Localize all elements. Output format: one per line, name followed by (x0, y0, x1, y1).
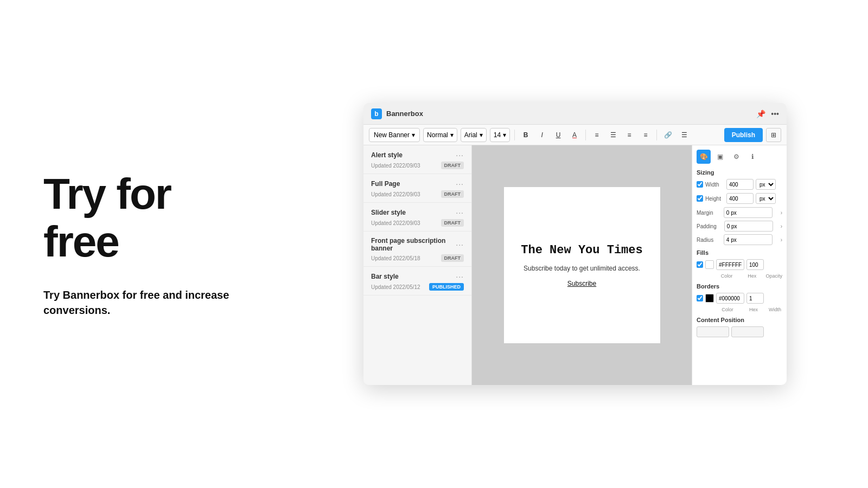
sidebar-item-bar-date: Updated 2022/05/12 (371, 284, 420, 290)
sidebar-item-frontpage-name: Front page subscription banner (371, 237, 456, 252)
borders-checkbox[interactable] (697, 295, 703, 301)
sidebar-item-bar-badge: PUBLISHED (429, 283, 464, 291)
title-bar: b Bannerbox 📌 ••• (363, 103, 787, 125)
sidebar-item-slider-date: Updated 2022/09/03 (371, 220, 420, 226)
borders-color-swatch[interactable] (705, 294, 714, 303)
margin-expand-icon[interactable]: › (781, 210, 782, 216)
sidebar-item-frontpage[interactable]: Front page subscription banner ··· Updat… (363, 232, 471, 267)
borders-label: Borders (697, 283, 782, 290)
borders-hex-input[interactable] (716, 293, 744, 304)
canvas-area: The New You Times Subscribe today to get… (472, 145, 692, 385)
sidebar-item-fullpage-name: Full Page (371, 180, 400, 188)
fills-color-swatch[interactable] (705, 260, 714, 269)
italic-button[interactable]: I (535, 129, 548, 142)
fills-row (697, 259, 782, 270)
font-label: Arial (464, 131, 477, 139)
sidebar-item-fullpage-badge: DRAFT (441, 190, 464, 198)
sidebar-item-slider-name: Slider style (371, 209, 406, 216)
sidebar-item-slider-meta: Updated 2022/09/03 DRAFT (371, 219, 464, 227)
font-size-label: 14 (494, 131, 501, 139)
banner-canvas: The New You Times Subscribe today to get… (503, 187, 661, 344)
radius-label: Radius (697, 237, 716, 243)
sidebar-item-alert-meta: Updated 2022/09/03 DRAFT (371, 162, 464, 169)
height-unit-select[interactable]: px % (756, 193, 776, 204)
font-select[interactable]: Arial ▾ (461, 128, 487, 142)
sidebar-item-alert-dots[interactable]: ··· (456, 151, 464, 159)
borders-labels-row: Color Hex Width (697, 307, 782, 312)
font-size-select[interactable]: 14 ▾ (490, 128, 510, 142)
list-button[interactable]: ☰ (678, 129, 691, 142)
fills-checkbox[interactable] (697, 261, 703, 268)
style-chevron: ▾ (450, 131, 454, 139)
underline-button[interactable]: U (552, 129, 565, 142)
sidebar-item-slider-dots[interactable]: ··· (456, 208, 464, 217)
margin-input[interactable] (724, 207, 773, 218)
banner-subtitle: Subscribe today to get unlimited access. (524, 265, 640, 272)
sidebar-item-alert[interactable]: Alert style ··· Updated 2022/09/03 DRAFT (363, 145, 471, 174)
width-checkbox[interactable] (697, 181, 703, 188)
align-left-button[interactable]: ≡ (590, 129, 603, 142)
fills-opacity-label: Opacity (765, 273, 782, 279)
content-position-left[interactable] (697, 326, 729, 337)
sidebar-item-bar-meta: Updated 2022/05/12 PUBLISHED (371, 283, 464, 291)
radius-input[interactable] (724, 234, 773, 245)
sidebar-item-frontpage-meta: Updated 2022/05/18 DRAFT (371, 254, 464, 262)
banner-title: The New You Times (521, 243, 642, 257)
padding-label: Padding (697, 223, 717, 229)
borders-row (697, 293, 782, 304)
sidebar-item-fullpage-dots[interactable]: ··· (456, 179, 464, 188)
new-banner-label: New Banner (374, 131, 410, 139)
pin-icon[interactable]: 📌 (756, 110, 765, 118)
sidebar-item-frontpage-dots[interactable]: ··· (456, 240, 464, 249)
width-row: Width px % (697, 179, 782, 190)
text-color-button[interactable]: A (568, 129, 581, 142)
main-content: Alert style ··· Updated 2022/09/03 DRAFT… (363, 145, 787, 385)
style-label: Normal (427, 131, 448, 139)
content-position-label: Content Position (697, 317, 782, 323)
sidebar-item-frontpage-date: Updated 2022/05/18 (371, 255, 420, 261)
panel-tab-style[interactable]: 🎨 (697, 150, 711, 164)
panel-tab-layout[interactable]: ▣ (713, 150, 727, 164)
sidebar-item-alert-date: Updated 2022/09/03 (371, 163, 420, 169)
new-banner-button[interactable]: New Banner ▾ (369, 128, 420, 142)
banner-link[interactable]: Subscribe (567, 280, 596, 287)
justify-button[interactable]: ≡ (639, 129, 652, 142)
align-center-button[interactable]: ☰ (607, 129, 620, 142)
link-button[interactable]: 🔗 (661, 129, 674, 142)
fills-opacity-input[interactable] (746, 259, 764, 270)
width-input[interactable] (726, 179, 754, 190)
width-unit-select[interactable]: px % (756, 179, 776, 190)
fills-color-label: Color (715, 273, 738, 279)
sidebar-item-fullpage[interactable]: Full Page ··· Updated 2022/09/03 DRAFT (363, 174, 471, 203)
sidebar-item-bar-dots[interactable]: ··· (456, 272, 464, 281)
publish-button[interactable]: Publish (724, 128, 763, 142)
sidebar-item-bar-name: Bar style (371, 273, 399, 280)
sidebar-item-frontpage-header: Front page subscription banner ··· (371, 237, 464, 252)
padding-expand-icon[interactable]: › (781, 223, 782, 229)
panel-tab-info[interactable]: ℹ (745, 150, 760, 164)
borders-width-input[interactable] (746, 293, 764, 304)
style-select[interactable]: Normal ▾ (423, 128, 457, 142)
fills-section: Fills Color Hex Opacity (697, 249, 782, 279)
preview-button[interactable]: ⊞ (766, 128, 781, 142)
sidebar-item-bar[interactable]: Bar style ··· Updated 2022/05/12 PUBLISH… (363, 267, 471, 296)
height-input[interactable] (726, 193, 754, 204)
bold-button[interactable]: B (519, 129, 532, 142)
new-banner-chevron: ▾ (412, 131, 415, 139)
align-right-button[interactable]: ≡ (623, 129, 636, 142)
radius-expand-icon[interactable]: › (781, 237, 782, 243)
toolbar-divider-3 (656, 130, 657, 140)
sidebar-item-fullpage-date: Updated 2022/09/03 (371, 191, 420, 197)
fills-hex-input[interactable] (716, 259, 744, 270)
padding-input[interactable] (724, 221, 773, 232)
panel-tab-settings[interactable]: ⚙ (729, 150, 743, 164)
padding-row: Padding › (697, 221, 782, 232)
more-icon[interactable]: ••• (771, 110, 779, 118)
font-size-chevron: ▾ (503, 131, 506, 139)
height-checkbox[interactable] (697, 195, 703, 202)
content-position-right[interactable] (731, 326, 764, 337)
right-section: b Bannerbox 📌 ••• New Banner ▾ Normal ▾ … (282, 103, 868, 385)
sidebar-item-fullpage-header: Full Page ··· (371, 179, 464, 188)
sidebar-item-slider[interactable]: Slider style ··· Updated 2022/09/03 DRAF… (363, 203, 471, 232)
width-label: Width (705, 182, 724, 188)
